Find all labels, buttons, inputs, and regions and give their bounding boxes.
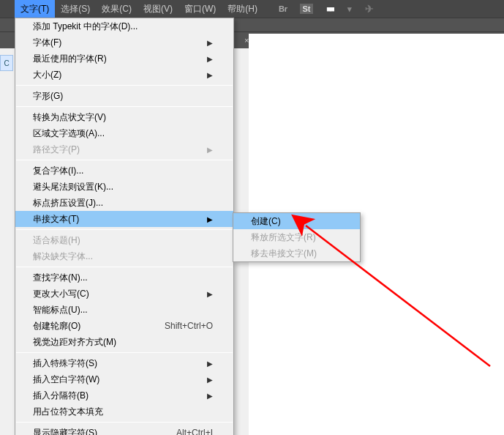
menu-effect[interactable]: 效果(C) <box>96 0 138 18</box>
menu-type[interactable]: 文字(T) <box>15 0 55 18</box>
mi-insert-whitespace[interactable]: 插入空白字符(W)▶ <box>15 371 233 387</box>
mi-glyph[interactable]: 字形(G) <box>15 88 233 104</box>
menu-separator <box>16 85 233 86</box>
chevron-right-icon: ▶ <box>207 360 213 368</box>
mi-mojikumi[interactable]: 标点挤压设置(J)... <box>15 195 233 211</box>
chevron-right-icon: ▶ <box>207 392 213 400</box>
mi-path-text: 路径文字(P)▶ <box>15 141 233 157</box>
mi-change-case[interactable]: 更改大小写(C)▶ <box>15 286 233 302</box>
mi-smart-punct[interactable]: 智能标点(U)... <box>15 302 233 318</box>
mi-show-hidden[interactable]: 显示隐藏字符(S)Alt+Ctrl+I <box>15 425 233 435</box>
mi-recent[interactable]: 最近使用的字体(R)▶ <box>15 51 233 67</box>
chevron-right-icon: ▶ <box>207 290 213 298</box>
mi-find-font[interactable]: 查找字体(N)... <box>15 269 233 286</box>
ruler-handle[interactable]: C <box>0 55 13 71</box>
chevron-right-icon: ▶ <box>207 146 213 154</box>
mi-create-outlines[interactable]: 创建轮廓(O)Shift+Ctrl+O <box>15 318 233 334</box>
mi-insert-break[interactable]: 插入分隔符(B)▶ <box>15 387 233 404</box>
mi-insert-special[interactable]: 插入特殊字符(S)▶ <box>15 355 233 371</box>
smi-create[interactable]: 创建(C) <box>233 213 360 229</box>
arrange-icon[interactable]: ■■ <box>323 4 336 14</box>
mi-composite[interactable]: 复合字体(I)... <box>15 163 233 179</box>
mi-fit-headline: 适合标题(H) <box>15 232 233 248</box>
menu-separator <box>16 422 233 423</box>
smi-remove: 移去串接文字(M) <box>233 245 360 261</box>
menu-separator <box>16 229 233 230</box>
thread-submenu: 创建(C) 释放所选文字(R) 移去串接文字(M) <box>233 212 361 262</box>
menu-separator <box>16 267 233 267</box>
menu-separator <box>16 160 233 160</box>
menu-select[interactable]: 选择(S) <box>55 0 96 18</box>
stock-icon[interactable]: St <box>300 4 313 14</box>
mi-size[interactable]: 大小(Z)▶ <box>15 67 233 83</box>
chevron-right-icon: ▶ <box>207 215 213 223</box>
mi-area-options[interactable]: 区域文字选项(A)... <box>15 125 233 141</box>
paperplane-icon[interactable]: ✈ <box>363 4 376 14</box>
menu-separator <box>16 352 233 353</box>
smi-release: 释放所选文字(R) <box>233 229 360 245</box>
chevron-right-icon: ▶ <box>207 39 213 47</box>
mi-resolve-missing: 解决缺失字体... <box>15 248 233 264</box>
menu-help[interactable]: 帮助(H) <box>222 0 263 18</box>
mi-convert-point[interactable]: 转换为点状文字(V) <box>15 109 233 125</box>
menubar: 文字(T) 选择(S) 效果(C) 视图(V) 窗口(W) 帮助(H) Br S… <box>0 0 504 18</box>
chevron-right-icon: ▶ <box>207 71 213 79</box>
mi-kinsoku[interactable]: 避头尾法则设置(K)... <box>15 179 233 195</box>
mi-font[interactable]: 字体(F)▶ <box>15 34 233 51</box>
mi-placeholder[interactable]: 用占位符文本填充 <box>15 404 233 420</box>
mi-optical-margin[interactable]: 视觉边距对齐方式(M) <box>15 334 233 350</box>
menu-view[interactable]: 视图(V) <box>138 0 178 18</box>
mi-typekit[interactable]: 添加 Typekit 中的字体(D)... <box>15 18 233 34</box>
menu-separator <box>16 106 233 107</box>
menu-window[interactable]: 窗口(W) <box>178 0 222 18</box>
chevron-right-icon: ▶ <box>207 376 213 384</box>
chevron-right-icon: ▶ <box>207 55 213 63</box>
bridge-icon[interactable]: Br <box>277 4 290 14</box>
toolbar-icons: Br St ■■ ▾ ✈ <box>277 4 376 14</box>
type-menu-dropdown: 添加 Typekit 中的字体(D)... 字体(F)▶ 最近使用的字体(R)▶… <box>15 18 234 435</box>
mi-thread[interactable]: 串接文本(T)▶ <box>15 211 233 227</box>
